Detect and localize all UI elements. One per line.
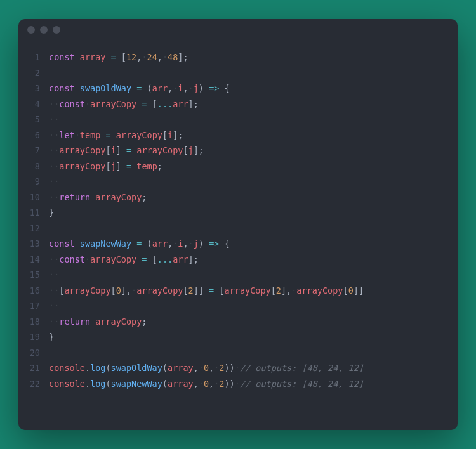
token-ws: ··: [49, 145, 59, 155]
line-number: 11: [18, 205, 40, 221]
token-pun: [: [214, 285, 224, 296]
token-cmt: // outputs: [48, 24, 12]: [240, 363, 364, 373]
code-line: }: [49, 329, 449, 345]
token-pun: [131, 83, 136, 93]
token-pun: (: [105, 363, 110, 373]
token-pun: ];: [194, 145, 204, 155]
token-pun: ;: [157, 161, 162, 171]
token-pun: [204, 238, 209, 249]
token-cmt: // outputs: [48, 24, 12]: [240, 379, 364, 389]
token-pun: ];: [173, 130, 183, 140]
code-line: ··let·temp = arrayCopy[i];: [49, 127, 449, 143]
token-var: console: [49, 363, 85, 373]
token-pun: ]]: [354, 285, 364, 296]
code-line: const array = [12,·24,·48];: [49, 49, 449, 65]
token-pun: [105, 52, 110, 62]
token-var: temp: [136, 161, 157, 171]
token-op: =>: [209, 83, 219, 93]
token-pun: }: [49, 207, 54, 218]
token-pun: ];: [188, 99, 199, 109]
token-pun: ,: [194, 379, 199, 389]
maximize-icon[interactable]: [53, 26, 60, 34]
token-var: j: [194, 238, 199, 249]
token-var: arrayCopy: [95, 192, 142, 202]
token-pun: {: [219, 238, 229, 249]
line-number: 5: [18, 112, 40, 127]
token-kw: const: [59, 99, 85, 109]
token-pun: ;: [142, 316, 147, 327]
token-ws: ·: [142, 52, 147, 62]
token-var: i: [111, 145, 116, 155]
token-pun: [121, 145, 126, 155]
token-var: array: [168, 379, 194, 389]
token-kw: return: [59, 316, 90, 327]
token-op: ...: [157, 99, 173, 109]
token-pun: ): [199, 238, 204, 249]
token-ws: ··: [49, 254, 59, 264]
token-pun: [75, 83, 80, 93]
line-number: 20: [18, 345, 40, 361]
minimize-icon[interactable]: [40, 26, 48, 34]
code-line: const swapOldWay = (arr,·i,·j) => {: [49, 81, 449, 96]
token-op: =: [126, 145, 131, 155]
code-line: console.log(swapNewWay(array,·0,·2))·// …: [49, 376, 449, 392]
token-num: 0: [204, 379, 209, 389]
token-pun: ,: [168, 83, 173, 93]
token-var: i: [168, 130, 173, 140]
line-number: 19: [18, 329, 40, 345]
token-var: arr: [173, 254, 188, 264]
token-num: 2: [276, 285, 281, 296]
token-var: array: [168, 363, 194, 373]
token-kw: const: [49, 83, 75, 93]
code-content[interactable]: const array = [12,·24,·48]; const swapOl…: [49, 49, 458, 421]
code-line: ··[arrayCopy[0],·arrayCopy[2]] = [arrayC…: [49, 283, 449, 299]
token-ws: ··: [49, 99, 59, 109]
token-var: j: [194, 83, 199, 93]
token-var: arrayCopy: [136, 145, 183, 155]
line-number: 7: [18, 143, 40, 159]
token-pun: ,: [209, 363, 214, 373]
token-var: arr: [152, 238, 168, 249]
code-line: [49, 65, 449, 81]
line-number: 9: [18, 174, 40, 190]
token-ws: ·: [75, 130, 80, 140]
token-var: arrayCopy: [136, 285, 183, 296]
token-ws: ··: [49, 114, 59, 124]
code-line: ··: [49, 174, 449, 190]
token-num: 2: [188, 285, 194, 296]
token-pun: ,: [168, 238, 173, 249]
line-number: 14: [18, 252, 40, 268]
line-number: 8: [18, 159, 40, 174]
token-fn: swapOldWay: [111, 363, 162, 373]
token-ws: ·: [235, 363, 240, 373]
token-var: arr: [152, 83, 168, 93]
token-var: j: [111, 161, 116, 171]
token-var: arrayCopy: [64, 285, 110, 296]
token-pun: [111, 130, 116, 140]
code-line: ··arrayCopy[i] = arrayCopy[j];: [49, 143, 449, 159]
token-num: 24: [147, 52, 157, 62]
token-pun: [: [147, 254, 157, 264]
token-pun: {: [219, 83, 229, 93]
token-pun: [75, 238, 80, 249]
line-number: 16: [18, 283, 40, 299]
close-icon[interactable]: [27, 26, 35, 34]
token-op: =: [209, 285, 214, 296]
token-var: arrayCopy: [296, 285, 343, 296]
token-ws: ·: [235, 379, 240, 389]
token-pun: [: [343, 285, 348, 296]
token-var: arr: [173, 99, 188, 109]
token-var: arrayCopy: [59, 161, 105, 171]
token-var: arrayCopy: [95, 316, 142, 327]
token-var: arrayCopy: [225, 285, 271, 296]
line-number: 13: [18, 236, 40, 252]
token-ws: ··: [49, 316, 59, 327]
token-ws: ·: [162, 52, 168, 62]
token-pun: ,: [183, 238, 188, 249]
token-num: 12: [126, 52, 136, 62]
code-line: ··: [49, 267, 449, 283]
token-ws: ··: [49, 161, 59, 171]
token-var: arrayCopy: [59, 145, 105, 155]
token-kw: const: [49, 238, 75, 249]
line-number: 6: [18, 127, 40, 143]
